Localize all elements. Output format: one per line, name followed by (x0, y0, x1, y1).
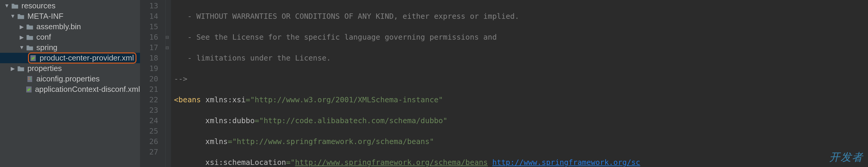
folder-icon (26, 45, 34, 51)
line-number: 18 (140, 53, 158, 63)
svg-rect-2 (28, 78, 30, 78)
tree-folder-resources[interactable]: ▼ resources (0, 1, 140, 11)
tree-label: resources (22, 1, 55, 10)
line-number: 13 (140, 1, 158, 11)
line-number: 17 (140, 43, 158, 53)
folder-icon (26, 34, 34, 40)
svg-rect-4 (28, 79, 30, 80)
tree-label: spring (36, 43, 58, 52)
line-number: 14 (140, 11, 158, 22)
line-number: 26 (140, 136, 158, 147)
tree-label: product-center-provider.xml (40, 53, 134, 63)
tree-label: META-INF (27, 11, 63, 21)
tree-folder-spring[interactable]: ▼ spring (0, 43, 140, 53)
line-number: 20 (140, 74, 158, 84)
tree-label: properties (27, 64, 62, 73)
code-line: --> (174, 74, 868, 84)
line-number-gutter: 13 14 15 16 17 18 19 20 21 22 23 24 25 2… (140, 0, 166, 167)
code-line: xmlns:dubbo="http://code.alibabatech.com… (174, 115, 868, 126)
code-line: xmlns="http://www.springframework.org/sc… (174, 136, 868, 147)
svg-rect-5 (30, 79, 31, 80)
chevron-right-icon: ▶ (18, 34, 26, 40)
line-number: 19 (140, 63, 158, 74)
tree-file-applicationcontext-disconf[interactable]: applicationContext-disconf.xml (0, 84, 140, 94)
folder-icon (17, 13, 25, 20)
tree-label: aiconfig.properties (36, 74, 99, 84)
chevron-down-icon: ▼ (9, 13, 17, 19)
tree-label: applicationContext-disconf.xml (35, 85, 140, 94)
chevron-right-icon: ▶ (18, 24, 26, 30)
code-line: - WITHOUT WARRANTIES OR CONDITIONS OF AN… (174, 11, 868, 22)
tree-folder-meta-inf[interactable]: ▼ META-INF (0, 11, 140, 22)
tree-file-aiconfig[interactable]: aiconfig.properties (0, 74, 140, 84)
folder-icon (17, 65, 25, 72)
tree-folder-properties[interactable]: ▶ properties (0, 63, 140, 74)
chevron-down-icon: ▼ (3, 3, 11, 9)
tree-file-product-center-provider[interactable]: product-center-provider.xml (0, 53, 140, 63)
spring-config-icon (29, 55, 37, 61)
chevron-down-icon: ▼ (18, 45, 26, 51)
fold-end-icon[interactable]: ⊟ (166, 32, 171, 43)
chevron-right-icon: ▶ (9, 65, 17, 72)
code-line: - limitations under the License. (174, 53, 868, 63)
code-line: - See the License for the specific langu… (174, 32, 868, 43)
fold-strip[interactable]: ⊟ ⊟ (166, 0, 171, 167)
line-number: 16 (140, 32, 158, 43)
line-number: 15 (140, 22, 158, 32)
svg-rect-3 (30, 78, 31, 78)
code-editor[interactable]: - WITHOUT WARRANTIES OR CONDITIONS OF AN… (171, 0, 868, 167)
tree-label: conf (36, 32, 51, 42)
line-number: 22 (140, 94, 158, 105)
project-tree[interactable]: ▼ resources ▼ META-INF ▶ assembly.bin ▶ … (0, 0, 140, 167)
code-line: <beans xmlns:xsi="http://www.w3.org/2001… (174, 94, 868, 105)
spring-config-icon (25, 86, 33, 93)
folder-icon (11, 3, 19, 9)
tree-label: assembly.bin (36, 22, 81, 31)
folder-icon (26, 24, 34, 30)
code-line: xsi:schemaLocation="http://www.springfra… (174, 157, 868, 167)
fold-start-icon[interactable]: ⊟ (166, 43, 171, 53)
properties-file-icon (26, 76, 34, 82)
line-number: 25 (140, 126, 158, 136)
line-number: 21 (140, 84, 158, 94)
line-number: 24 (140, 115, 158, 126)
line-number: 27 (140, 147, 158, 157)
tree-folder-assembly-bin[interactable]: ▶ assembly.bin (0, 22, 140, 32)
line-number: 23 (140, 105, 158, 115)
selected-highlight: product-center-provider.xml (28, 53, 136, 63)
tree-folder-conf[interactable]: ▶ conf (0, 32, 140, 43)
